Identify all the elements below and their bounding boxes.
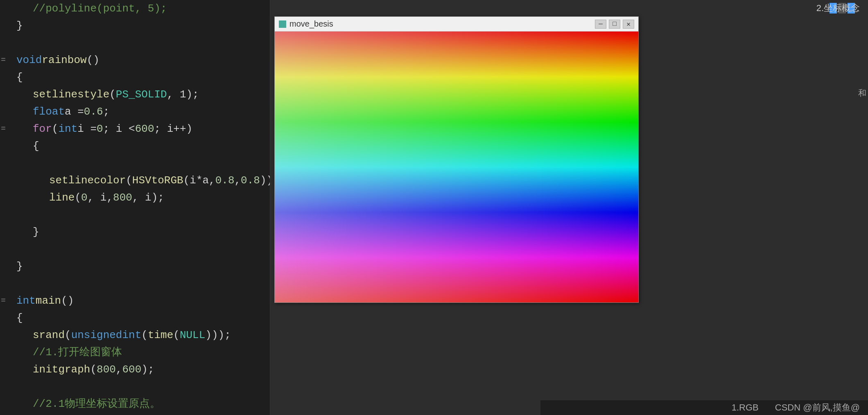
code-token: int <box>58 120 77 138</box>
code-token: { <box>33 138 39 155</box>
code-token: HSVtoRGB <box>132 172 183 189</box>
code-token: //2.1物理坐标设置原点。 <box>33 395 160 413</box>
code-line: { <box>0 309 270 327</box>
minimize-button[interactable]: — <box>595 20 606 29</box>
code-token: //polyline(point, 5); <box>33 0 167 17</box>
code-line <box>0 275 270 292</box>
code-token: i = <box>77 120 97 138</box>
code-token: int <box>16 292 36 309</box>
code-token: time <box>148 327 173 344</box>
code-token: NULL <box>180 327 205 344</box>
code-token: } <box>33 223 39 241</box>
code-line <box>0 241 270 258</box>
code-token: ( <box>52 120 59 138</box>
code-token: ( <box>126 172 132 189</box>
code-token: ))); <box>205 327 231 344</box>
code-token: rainbow <box>42 52 86 69</box>
code-token: ); <box>141 361 154 378</box>
code-token: srand <box>33 327 65 344</box>
code-token: 800 <box>97 361 116 378</box>
code-token: (i*a, <box>183 172 215 189</box>
code-token: unsigned <box>71 327 122 344</box>
code-line: //2.1物理坐标设置原点。 <box>0 395 270 413</box>
code-token: setlinestyle <box>33 86 109 103</box>
code-line: setlinestyle(PS_SOLID, 1); <box>0 86 270 103</box>
code-line: int main() <box>0 292 270 309</box>
code-token: 0.6 <box>84 103 103 120</box>
graphics-window[interactable]: move_besis — □ ✕ <box>274 16 639 303</box>
code-token: 0.8 <box>215 172 235 189</box>
code-line <box>0 378 270 395</box>
code-line: //polyline(point, 5); <box>0 0 270 17</box>
code-token: for <box>33 120 52 138</box>
code-line <box>0 34 270 52</box>
code-line: initgraph(800, 600); <box>0 361 270 378</box>
code-token: { <box>16 309 23 327</box>
code-token: ( <box>65 327 71 344</box>
code-token: PS_SOLID <box>116 86 167 103</box>
code-token: setlinecolor <box>49 172 126 189</box>
code-line: { <box>0 69 270 86</box>
code-token: ; i++) <box>154 120 192 138</box>
code-line: } <box>0 223 270 241</box>
code-token: ( <box>173 327 180 344</box>
status-label-1: 1.RGB <box>732 402 759 413</box>
code-token: void <box>16 52 42 69</box>
code-token: , <box>116 361 122 378</box>
rainbow-canvas <box>275 32 638 302</box>
code-line: setlinecolor(HSVtoRGB(i*a, 0.8, 0.8)); <box>0 172 270 189</box>
code-token: 0 <box>81 189 88 206</box>
code-token: //1.打开绘图窗体 <box>33 344 122 361</box>
code-token: ; <box>103 103 110 120</box>
maximize-button[interactable]: □ <box>609 20 620 29</box>
side-title-text: 2.坐标概念 <box>816 2 860 14</box>
code-token: () <box>87 52 99 69</box>
code-token: ( <box>90 361 97 378</box>
close-button[interactable]: ✕ <box>623 20 634 29</box>
code-token: //setorigin(400, 300); <box>33 413 173 415</box>
code-content: //polyline(point, 5);}void rainbow(){set… <box>0 0 270 415</box>
code-token: ( <box>75 189 81 206</box>
code-token: 0 <box>97 120 103 138</box>
top-bar: 2.坐标概念 <box>270 0 868 16</box>
code-editor-panel: //polyline(point, 5);}void rainbow(){set… <box>0 0 270 415</box>
code-token: 600 <box>135 120 154 138</box>
code-token: 800 <box>113 189 132 206</box>
code-line: //1.打开绘图窗体 <box>0 344 270 361</box>
code-token: ( <box>109 86 116 103</box>
code-token: line <box>49 189 75 206</box>
code-token: , <box>235 172 241 189</box>
code-token: ; i < <box>103 120 135 138</box>
code-token: () <box>61 292 74 309</box>
status-label-2: CSDN @前风,摸鱼@ <box>775 401 860 414</box>
gfx-titlebar: move_besis — □ ✕ <box>275 17 638 32</box>
code-token: 600 <box>122 361 141 378</box>
gfx-title-text: move_besis <box>289 19 333 29</box>
code-line <box>0 155 270 172</box>
right-panel: 2.坐标概念 move_besis — □ ✕ 和 1.RGB CSDN @前风… <box>270 0 868 415</box>
code-line: { <box>0 138 270 155</box>
code-line: } <box>0 17 270 34</box>
side-title: 2.坐标概念 <box>816 0 860 16</box>
code-token: main <box>36 292 61 309</box>
code-line: line(0, i, 800, i); <box>0 189 270 206</box>
gfx-controls: — □ ✕ <box>595 20 634 29</box>
code-line: } <box>0 258 270 275</box>
code-token: , i, <box>88 189 113 206</box>
code-line: void rainbow() <box>0 52 270 69</box>
code-token: )); <box>260 172 270 189</box>
gfx-app-icon <box>279 20 286 28</box>
gfx-title-left: move_besis <box>279 19 333 29</box>
status-bar: 1.RGB CSDN @前风,摸鱼@ <box>540 400 868 415</box>
code-token: , i); <box>132 189 164 206</box>
code-line: float a = 0.6; <box>0 103 270 120</box>
code-token: ( <box>141 327 148 344</box>
code-line: //setorigin(400, 300); <box>0 413 270 415</box>
code-token: , 1); <box>167 86 199 103</box>
code-token: } <box>16 258 23 275</box>
code-token: } <box>16 17 23 34</box>
code-token: int <box>122 327 141 344</box>
code-token: float <box>33 103 65 120</box>
code-token: 0.8 <box>241 172 260 189</box>
code-line: srand(unsigned int(time(NULL))); <box>0 327 270 344</box>
